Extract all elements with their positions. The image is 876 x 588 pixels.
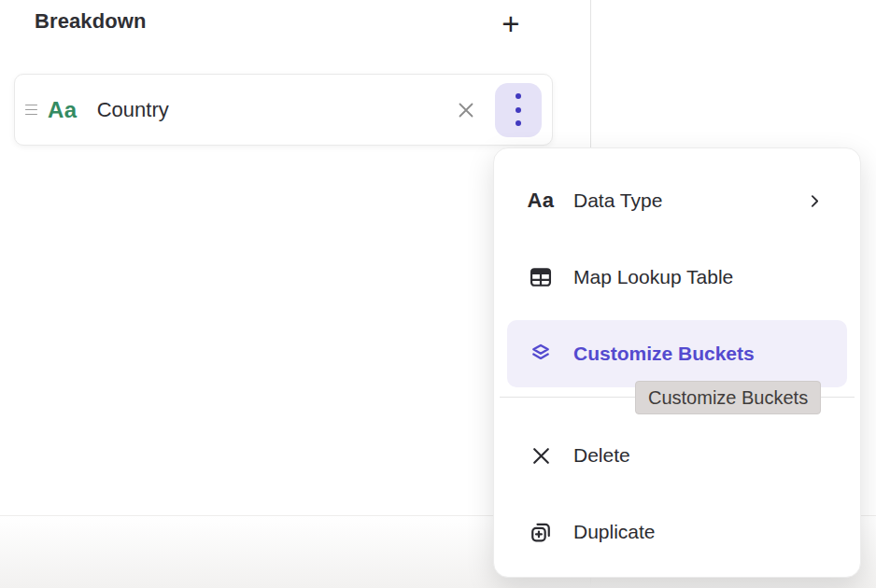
plus-icon: + <box>502 8 519 39</box>
customize-buckets-tooltip: Customize Buckets <box>635 381 821 414</box>
buckets-layers-icon <box>526 341 556 367</box>
breakdown-card: Aa Country <box>14 74 553 146</box>
panel-title: Breakdown <box>35 9 146 34</box>
menu-item-label: Duplicate <box>573 521 656 543</box>
duplicate-icon <box>526 519 556 545</box>
menu-item-customize-buckets[interactable]: Customize Buckets <box>507 320 847 387</box>
breakdown-options-menu: Aa Data Type Map Lookup Table Customize … <box>493 147 861 578</box>
menu-item-label: Delete <box>573 444 630 467</box>
breakdown-property-label: Country <box>97 98 169 122</box>
property-type-badge: Aa <box>48 97 78 123</box>
more-options-button[interactable] <box>495 83 542 137</box>
menu-item-label: Map Lookup Table <box>573 266 733 288</box>
menu-item-map-lookup-table[interactable]: Map Lookup Table <box>507 244 847 311</box>
close-icon <box>455 99 477 121</box>
remove-breakdown-button[interactable] <box>449 93 483 127</box>
drag-handle-icon[interactable] <box>23 99 39 121</box>
table-icon <box>526 264 556 290</box>
chevron-right-icon <box>807 193 823 209</box>
menu-item-data-type[interactable]: Aa Data Type <box>507 167 847 234</box>
text-type-icon: Aa <box>526 189 556 213</box>
menu-item-label: Customize Buckets <box>573 343 755 365</box>
menu-item-label: Data Type <box>573 189 662 212</box>
menu-item-duplicate[interactable]: Duplicate <box>507 498 847 566</box>
x-delete-icon <box>526 444 556 468</box>
menu-item-delete[interactable]: Delete <box>507 422 847 489</box>
page-root: { "colors": { "accent_purple": "#544ACF"… <box>0 0 876 588</box>
add-breakdown-button[interactable]: + <box>492 5 530 42</box>
